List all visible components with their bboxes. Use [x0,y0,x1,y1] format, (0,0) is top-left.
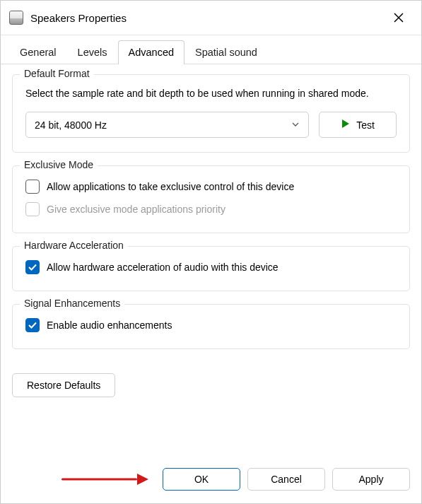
hardware-accel-row: Allow hardware acceleration of audio wit… [25,260,397,274]
titlebar: Speakers Properties [1,1,421,35]
tab-advanced[interactable]: Advanced [118,40,185,64]
dialog-footer: OK Cancel Apply [1,458,421,503]
enable-enh-checkbox[interactable] [25,318,40,332]
restore-row: Restore Defaults [12,373,410,397]
tab-content: Default Format Select the sample rate an… [1,64,421,458]
sample-rate-select[interactable]: 24 bit, 48000 Hz [25,112,309,138]
close-icon [393,12,404,23]
tab-spatial[interactable]: Spatial sound [184,40,268,64]
enable-enh-row: Enable audio enhancements [25,318,397,332]
test-label: Test [356,119,375,131]
default-format-description: Select the sample rate and bit depth to … [25,86,397,100]
tab-levels[interactable]: Levels [67,40,118,64]
exclusive-mode-group: Exclusive Mode Allow applications to tak… [12,165,410,233]
exclusive-mode-title: Exclusive Mode [20,159,98,170]
allow-exclusive-checkbox[interactable] [25,180,40,194]
hardware-accel-label: Allow hardware acceleration of audio wit… [47,262,279,273]
close-button[interactable] [385,6,413,29]
properties-window: Speakers Properties General Levels Advan… [0,0,422,504]
ok-button[interactable]: OK [163,468,240,491]
hardware-accel-group: Hardware Acceleration Allow hardware acc… [12,246,410,291]
signal-enh-group: Signal Enhancements Enable audio enhance… [12,304,410,349]
apply-button[interactable]: Apply [332,468,410,491]
hardware-accel-title: Hardware Acceleration [20,240,128,251]
chevron-down-icon [291,119,300,131]
default-format-title: Default Format [20,68,94,79]
sample-rate-value: 24 bit, 48000 Hz [35,119,107,131]
hardware-accel-checkbox[interactable] [25,260,40,274]
allow-exclusive-row: Allow applications to take exclusive con… [25,180,397,194]
exclusive-priority-checkbox [25,202,40,216]
play-icon [341,119,351,131]
restore-defaults-button[interactable]: Restore Defaults [12,373,115,397]
annotation-arrow [12,474,156,485]
allow-exclusive-label: Allow applications to take exclusive con… [47,181,294,192]
speaker-icon [9,11,23,25]
test-button[interactable]: Test [319,112,397,138]
exclusive-priority-row: Give exclusive mode applications priorit… [25,202,397,216]
tab-general[interactable]: General [9,40,67,64]
signal-enh-title: Signal Enhancements [20,298,124,309]
enable-enh-label: Enable audio enhancements [47,320,172,331]
format-row: 24 bit, 48000 Hz Test [25,112,397,138]
exclusive-priority-label: Give exclusive mode applications priorit… [47,204,225,215]
cancel-button[interactable]: Cancel [247,468,325,491]
default-format-group: Default Format Select the sample rate an… [12,74,410,153]
tab-bar: General Levels Advanced Spatial sound [1,35,421,64]
window-title: Speakers Properties [30,12,385,24]
